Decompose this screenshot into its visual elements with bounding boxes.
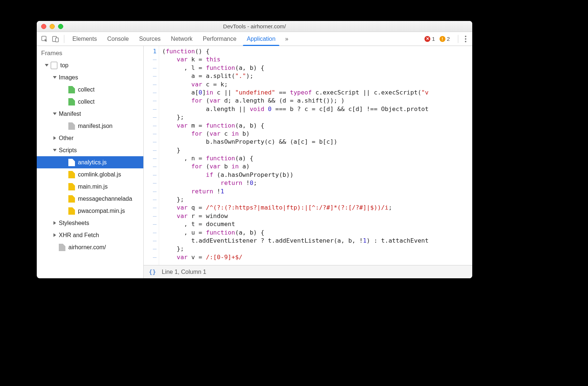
tab-label: Performance: [203, 36, 237, 42]
tree-item-script[interactable]: comlink.global.js: [37, 168, 143, 181]
code-area[interactable]: 1––––––––––––––––––––––––– (function() {…: [144, 46, 472, 265]
tree-label: XHR and Fetch: [59, 232, 99, 239]
tab-label: Elements: [72, 36, 97, 42]
tab-network[interactable]: Network: [166, 32, 198, 46]
frames-tree: top Images collect collect Manifest: [37, 59, 143, 278]
panel-tabs: Elements Console Sources Network Perform…: [67, 32, 281, 46]
js-file-icon: [68, 195, 75, 203]
tab-label: Sources: [139, 36, 161, 42]
issues-badges[interactable]: ✕ 1 ! 2: [424, 36, 453, 42]
file-icon: [68, 122, 75, 130]
js-file-icon: [68, 171, 75, 178]
tree-label: comlink.global.js: [78, 171, 121, 178]
triangle-right-icon: [54, 221, 56, 225]
tree-label: Images: [59, 74, 78, 81]
traffic-lights: [41, 24, 63, 29]
settings-menu-button[interactable]: [461, 36, 470, 42]
tree-item-top[interactable]: top: [37, 59, 143, 71]
tree-group-xhr[interactable]: XHR and Fetch: [37, 229, 143, 241]
warning-count: 2: [447, 36, 450, 42]
zoom-window-button[interactable]: [58, 24, 63, 29]
tree-label: main.min.js: [78, 183, 108, 190]
window-title: DevTools - airhorner.com/: [37, 23, 472, 29]
tab-performance[interactable]: Performance: [198, 32, 242, 46]
window-titlebar: DevTools - airhorner.com/: [37, 21, 472, 32]
frames-sidebar: Frames top Images collect collect: [37, 46, 144, 278]
triangle-right-icon: [54, 233, 56, 237]
tree-group-images[interactable]: Images: [37, 71, 143, 83]
tree-label: analytics.js: [78, 159, 107, 166]
tree-item-image[interactable]: collect: [37, 96, 143, 108]
editor-statusbar: {} Line 1, Column 1: [144, 265, 472, 278]
pretty-print-button[interactable]: {}: [149, 268, 156, 275]
tree-label: Stylesheets: [59, 220, 89, 226]
tree-group-stylesheets[interactable]: Stylesheets: [37, 217, 143, 229]
tree-group-scripts[interactable]: Scripts: [37, 144, 143, 156]
warning-icon: !: [440, 36, 445, 42]
devtools-tabbar: Elements Console Sources Network Perform…: [37, 32, 472, 46]
js-file-icon: [68, 159, 75, 166]
cursor-position: Line 1, Column 1: [162, 269, 206, 275]
tree-label: top: [60, 62, 68, 69]
close-window-button[interactable]: [41, 24, 46, 29]
tab-label: Network: [171, 36, 193, 42]
tab-label: Application: [247, 36, 275, 42]
tree-label: collect: [78, 99, 94, 105]
chevron-double-right-icon: »: [285, 36, 288, 42]
tree-item-root-document[interactable]: airhorner.com/: [37, 241, 143, 253]
code-content[interactable]: (function() { var k = this , l = functio…: [159, 46, 472, 265]
tab-console[interactable]: Console: [102, 32, 134, 46]
tree-group-manifest[interactable]: Manifest: [37, 108, 143, 120]
error-icon: ✕: [424, 36, 430, 42]
tree-label: Scripts: [59, 147, 77, 154]
sidebar-heading: Frames: [37, 46, 143, 59]
js-file-icon: [68, 183, 75, 190]
triangle-down-icon: [45, 64, 49, 67]
tabbar-divider: [458, 35, 458, 43]
triangle-down-icon: [53, 149, 57, 151]
tree-label: pwacompat.min.js: [78, 208, 125, 214]
tree-label: messagechannelada: [78, 196, 132, 202]
tab-elements[interactable]: Elements: [67, 32, 102, 46]
tree-item-script[interactable]: messagechannelada: [37, 193, 143, 205]
tab-sources[interactable]: Sources: [134, 32, 166, 46]
tree-label: airhorner.com/: [68, 244, 106, 251]
tab-application[interactable]: Application: [241, 32, 280, 46]
tree-label: Other: [59, 135, 74, 142]
tree-label: manifest.json: [78, 123, 112, 129]
device-toolbar-icon[interactable]: [50, 32, 61, 46]
source-viewer: 1––––––––––––––––––––––––– (function() {…: [144, 46, 472, 278]
line-gutter[interactable]: 1–––––––––––––––––––––––––: [144, 46, 159, 265]
devtools-window: DevTools - airhorner.com/ Elements Conso…: [37, 21, 472, 278]
tree-item-image[interactable]: collect: [37, 83, 143, 96]
tab-label: Console: [107, 36, 129, 42]
minimize-window-button[interactable]: [50, 24, 55, 29]
error-count: 1: [432, 36, 435, 42]
tree-item-script-selected[interactable]: analytics.js: [37, 156, 143, 168]
tree-item-manifest[interactable]: manifest.json: [37, 120, 143, 132]
tabs-overflow-button[interactable]: »: [281, 36, 293, 42]
tabbar-divider: [64, 35, 64, 43]
panel-body: Frames top Images collect collect: [37, 46, 472, 278]
svg-rect-2: [55, 38, 58, 42]
js-file-icon: [68, 207, 75, 215]
tree-label: Manifest: [59, 111, 81, 117]
image-file-icon: [68, 86, 75, 93]
tree-item-script[interactable]: pwacompat.min.js: [37, 205, 143, 217]
triangle-down-icon: [53, 76, 57, 79]
tree-label: collect: [78, 86, 94, 93]
triangle-right-icon: [54, 136, 56, 140]
tree-item-script[interactable]: main.min.js: [37, 181, 143, 193]
tree-group-other[interactable]: Other: [37, 132, 143, 144]
image-file-icon: [68, 98, 75, 106]
frame-icon: [51, 62, 57, 69]
triangle-down-icon: [53, 112, 57, 115]
file-icon: [59, 244, 65, 251]
inspect-element-icon[interactable]: [39, 32, 50, 46]
